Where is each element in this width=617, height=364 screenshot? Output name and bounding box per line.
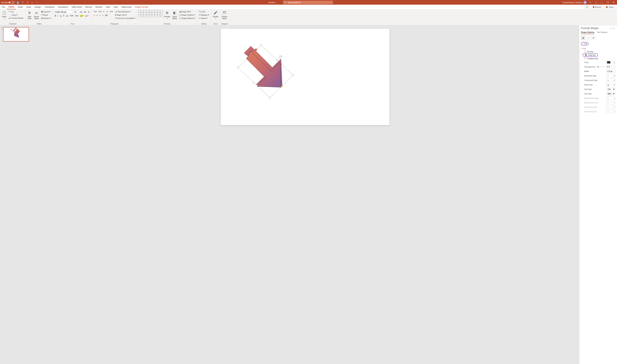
format-painter-button[interactable]: 🖌Format Painter <box>8 17 24 19</box>
new-slide-button[interactable]: 🗎New Slide <box>26 10 33 20</box>
width-input[interactable] <box>606 70 615 73</box>
reuse-slides-button[interactable]: 🗂Reuse Slides <box>33 10 40 20</box>
clipboard-launcher[interactable]: ↘ <box>23 23 24 25</box>
tab-slidelizard[interactable]: SlideLizard <box>119 5 133 9</box>
undo-icon[interactable]: ↶ <box>21 1 25 4</box>
paragraph-launcher[interactable]: ↘ <box>135 23 136 25</box>
italic-button[interactable]: I <box>57 14 59 17</box>
search-box[interactable]: 🔍 Search (Alt+Q) <box>283 1 333 4</box>
slide-canvas[interactable]: ⟲ <box>221 29 389 125</box>
select-button[interactable]: ▭ Select ▾ <box>198 17 210 20</box>
join-dropdown[interactable]: Miter <box>606 92 615 95</box>
canvas-area[interactable]: ⟲ <box>31 25 579 364</box>
effects-icon[interactable]: ⬠ <box>586 36 590 40</box>
cap-dropdown[interactable]: Flat <box>606 88 615 91</box>
tab-animations[interactable]: Animations <box>56 5 70 9</box>
shape-effects-button[interactable]: ◯ Shape Effects ▾ <box>179 17 196 20</box>
bullets-button[interactable]: •≡▾ <box>93 10 97 13</box>
record-button[interactable]: Record <box>591 5 603 9</box>
present-icon[interactable]: ▭ <box>31 1 34 4</box>
cut-button[interactable]: ✂Cut <box>8 10 24 13</box>
thumbnail-slide-1[interactable] <box>3 27 29 41</box>
tab-shape-format[interactable]: Shape Format <box>133 5 150 9</box>
tab-text-options[interactable]: Text Options <box>597 31 607 34</box>
tab-shape-options[interactable]: Shape Options <box>581 31 594 34</box>
tab-transitions[interactable]: Transitions <box>43 5 56 9</box>
coming-soon-icon[interactable]: ✎ <box>588 0 592 5</box>
solid-line-radio[interactable]: Solid line <box>583 53 598 57</box>
qat-more-icon[interactable]: ▾ <box>36 1 39 4</box>
clear-format-button[interactable]: Aₓ <box>87 11 91 13</box>
drawing-launcher[interactable]: ↘ <box>194 23 196 25</box>
font-family-input[interactable] <box>54 10 73 13</box>
minimize-icon[interactable]: — <box>599 0 604 5</box>
layout-button[interactable]: ▦ Layout ▾ <box>40 10 52 13</box>
dash-dropdown[interactable]: ▬▾ <box>606 83 615 86</box>
copy-button[interactable]: 📄Copy ▾ <box>8 13 24 16</box>
collapse-ribbon-button[interactable]: ⌃ <box>615 23 616 25</box>
spacing-button[interactable]: AV▾ <box>69 14 74 17</box>
tab-insert[interactable]: Insert <box>16 5 25 9</box>
line-spacing-button[interactable]: ‡≡▾ <box>109 10 114 13</box>
filename[interactable]: arrows ▾ <box>269 1 276 4</box>
selected-arrow-shape[interactable]: ⟲ <box>221 29 389 125</box>
user-account[interactable]: Gumpelmeyer Johanna GJ <box>563 1 587 4</box>
save-icon[interactable]: 💾 <box>16 1 20 4</box>
increase-font-button[interactable]: A▴ <box>79 11 83 13</box>
no-line-radio[interactable]: No line <box>581 50 615 53</box>
tab-record[interactable]: Record <box>84 5 94 9</box>
indent-button[interactable]: ⇥ <box>106 10 109 13</box>
line-color-picker[interactable]: ▾ <box>606 61 615 64</box>
strike-button[interactable]: S̶ <box>63 14 65 17</box>
design-ideas-button[interactable]: 🗔Design Ideas <box>221 10 228 20</box>
tab-review[interactable]: Review <box>94 5 104 9</box>
text-direction-button[interactable]: ↕A Text Direction ▾ <box>114 10 136 13</box>
font-size-input[interactable] <box>73 10 79 13</box>
font-color-button[interactable]: A▾ <box>85 14 89 17</box>
size-props-icon[interactable]: ⊞ <box>591 36 595 40</box>
replace-button[interactable]: ⤭ Replace ▾ <box>198 13 210 16</box>
align-right-button[interactable]: ≡ <box>99 14 101 17</box>
gradient-line-radio[interactable]: Gradient line <box>581 57 615 60</box>
close-icon[interactable]: ✕ <box>611 0 616 5</box>
share-button[interactable]: 📤 Share <box>604 5 615 9</box>
align-left-button[interactable]: ≡ <box>93 14 95 17</box>
smartart-button[interactable]: ⟲ Convert to SmartArt ▾ <box>114 17 136 20</box>
decrease-font-button[interactable]: A▾ <box>83 11 87 13</box>
shape-fill-button[interactable]: ◢ Shape Fill ▾ <box>179 10 196 13</box>
tab-home[interactable]: Home <box>7 5 16 9</box>
line-section-header[interactable]: ▾ Line <box>581 47 615 50</box>
justify-button[interactable]: ≡ <box>102 14 104 17</box>
reset-button[interactable]: ↺ Reset <box>40 13 52 16</box>
align-text-button[interactable]: ⊞ Align Text ▾ <box>114 13 136 16</box>
compound-dropdown[interactable]: ≡▾ <box>606 79 615 82</box>
tab-view[interactable]: View <box>104 5 112 9</box>
arrange-button[interactable]: ⊞Arrange▾ <box>163 10 171 20</box>
columns-button[interactable]: ▥▾ <box>104 14 108 17</box>
tab-file[interactable]: File <box>0 5 7 9</box>
case-button[interactable]: Aa▾ <box>74 14 79 17</box>
quick-styles-button[interactable]: ◧Quick Styles <box>172 10 178 20</box>
sketched-dropdown[interactable]: 〰▾ <box>606 74 615 77</box>
transparency-slider[interactable] <box>598 67 605 67</box>
paste-button[interactable]: 📋Paste▾ <box>1 10 7 20</box>
panel-options-button[interactable]: ▾ <box>610 27 612 29</box>
tab-design[interactable]: Design <box>33 5 43 9</box>
shape-outline-button[interactable]: ◻ Shape Outline ▾ <box>179 13 196 16</box>
panel-close-button[interactable]: ✕ <box>612 27 615 29</box>
numbering-button[interactable]: 1≡▾ <box>98 10 102 13</box>
highlight-button[interactable]: ab▾ <box>79 14 85 17</box>
comments-button[interactable]: 💬 <box>584 5 590 9</box>
tab-help[interactable]: Help <box>112 5 120 9</box>
align-center-button[interactable]: ≡ <box>96 14 98 17</box>
fill-section-header[interactable]: ▷ Fill <box>581 42 589 45</box>
find-button[interactable]: 🔍 Find <box>198 10 210 13</box>
tab-slideshow[interactable]: Slide Show <box>70 5 84 9</box>
bold-button[interactable]: B <box>54 14 57 17</box>
outdent-button[interactable]: ⇤ <box>103 10 105 13</box>
transparency-input[interactable] <box>606 65 615 68</box>
autosave-toggle[interactable]: AutoSave Off <box>1 1 15 4</box>
section-button[interactable]: ▤ Section ▾ <box>40 17 52 20</box>
tab-draw[interactable]: Draw <box>25 5 33 9</box>
underline-button[interactable]: U <box>59 14 62 17</box>
